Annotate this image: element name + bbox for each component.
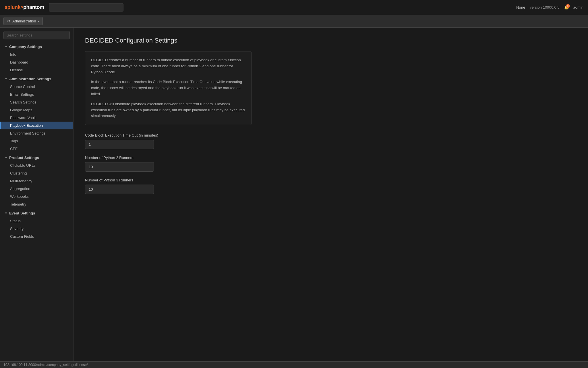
sidebar-items-company: Info Dashboard License <box>0 51 73 74</box>
sidebar-item-clickable-urls[interactable]: Clickable URLs <box>0 162 73 169</box>
sidebar-section-product-settings: ▼ Product Settings Clickable URLs Cluste… <box>0 154 73 208</box>
sidebar-item-status[interactable]: Status <box>0 217 73 225</box>
sidebar-item-license[interactable]: License <box>0 66 73 74</box>
sidebar-item-environment-settings[interactable]: Environment Settings <box>0 129 73 137</box>
field-python3-runners: Number of Python 3 Runners <box>85 178 577 194</box>
collapse-arrow-event: ▼ <box>5 212 7 215</box>
notifications-badge: 0 <box>566 4 570 8</box>
logo-text: splunk>phantom <box>5 4 44 10</box>
sidebar-item-workbooks[interactable]: Workbooks <box>0 193 73 200</box>
sidebar-item-info[interactable]: Info <box>0 51 73 58</box>
sidebar-item-aggregation[interactable]: Aggregation <box>0 185 73 193</box>
info-box: DECIDED creates a number of runners to h… <box>85 51 252 125</box>
status-bar-url: 192.168.100.11:8000/admin/company_settin… <box>3 363 88 367</box>
collapse-arrow-company: ▼ <box>5 45 7 48</box>
sidebar-items-admin: Source Control Email Settings Search Set… <box>0 83 73 153</box>
info-paragraph-2: In the event that a runner reaches its C… <box>91 79 245 97</box>
sidebar-item-playbook-execution[interactable]: Playbook Execution <box>0 122 73 129</box>
sidebar-items-product: Clickable URLs Clustering Multi-tenancy … <box>0 162 73 208</box>
administration-button[interactable]: ⚙ Administration ▾ <box>3 17 43 25</box>
collapse-arrow-product: ▼ <box>5 156 7 159</box>
label-code-block-timeout: Code Block Execution Time Out (in minute… <box>85 133 577 137</box>
label-python3-runners: Number of Python 3 Runners <box>85 178 577 182</box>
sidebar-section-header-administration-settings[interactable]: ▼ Administration Settings <box>0 75 73 83</box>
section-label-product-settings: Product Settings <box>9 156 39 160</box>
sidebar-item-google-maps[interactable]: Google Maps <box>0 106 73 114</box>
nav-right: None version 10900.0.5 🔔 0 admin <box>516 5 583 9</box>
sidebar-item-severity[interactable]: Severity <box>0 225 73 233</box>
chevron-down-icon: ▾ <box>38 20 39 23</box>
sidebar-item-tags[interactable]: Tags <box>0 137 73 145</box>
sidebar-item-dashboard[interactable]: Dashboard <box>0 58 73 66</box>
sidebar-section-header-company-settings[interactable]: ▼ Company Settings <box>0 43 73 51</box>
sidebar-item-custom-fields[interactable]: Custom Fields <box>0 233 73 240</box>
top-navigation: splunk>phantom 🔍 None version 10900.0.5 … <box>0 0 588 15</box>
input-code-block-timeout[interactable] <box>85 140 154 149</box>
sub-navigation: ⚙ Administration ▾ <box>0 15 588 28</box>
status-bar: 192.168.100.11:8000/admin/company_settin… <box>0 361 588 368</box>
app-logo: splunk>phantom <box>5 4 44 10</box>
main-content: DECIDED Configuration Settings DECIDED c… <box>74 28 588 368</box>
info-paragraph-3: DECIDED will distribute playbook executi… <box>91 101 245 119</box>
sidebar-item-clustering[interactable]: Clustering <box>0 169 73 177</box>
collapse-arrow-admin: ▼ <box>5 77 7 80</box>
sidebar-item-cef[interactable]: CEF <box>0 145 73 153</box>
sidebar-section-company-settings: ▼ Company Settings Info Dashboard Licens… <box>0 43 73 74</box>
sidebar-section-header-event-settings[interactable]: ▼ Event Settings <box>0 209 73 217</box>
settings-search-input[interactable] <box>3 31 70 39</box>
sidebar-items-event: Status Severity Custom Fields <box>0 217 73 240</box>
field-code-block-timeout: Code Block Execution Time Out (in minute… <box>85 133 577 149</box>
sidebar: ▼ Company Settings Info Dashboard Licens… <box>0 28 74 368</box>
label-python2-runners: Number of Python 2 Runners <box>85 156 577 160</box>
sidebar-item-email-settings[interactable]: Email Settings <box>0 91 73 98</box>
global-search-input[interactable] <box>49 3 123 12</box>
sidebar-item-multi-tenancy[interactable]: Multi-tenancy <box>0 177 73 185</box>
global-search-container: 🔍 <box>49 3 109 12</box>
sidebar-section-administration-settings: ▼ Administration Settings Source Control… <box>0 75 73 153</box>
page-title: DECIDED Configuration Settings <box>85 37 577 44</box>
sidebar-item-search-settings[interactable]: Search Settings <box>0 98 73 106</box>
field-python2-runners: Number of Python 2 Runners <box>85 156 577 172</box>
sidebar-item-telemetry[interactable]: Telemetry <box>0 200 73 208</box>
section-label-administration-settings: Administration Settings <box>9 77 51 81</box>
main-layout: ▼ Company Settings Info Dashboard Licens… <box>0 28 588 368</box>
section-label-company-settings: Company Settings <box>9 45 42 49</box>
administration-button-label: Administration <box>12 19 36 23</box>
version-label: version 10900.0.5 <box>530 5 559 9</box>
sidebar-item-password-vault[interactable]: Password Vault <box>0 114 73 122</box>
input-python3-runners[interactable] <box>85 185 154 194</box>
gear-icon: ⚙ <box>7 19 11 23</box>
input-python2-runners[interactable] <box>85 162 154 172</box>
tenant-label: None <box>516 5 525 9</box>
sidebar-section-event-settings: ▼ Event Settings Status Severity Custom … <box>0 209 73 240</box>
section-label-event-settings: Event Settings <box>9 211 35 215</box>
notifications-bell[interactable]: 🔔 0 <box>564 5 569 9</box>
sidebar-item-source-control[interactable]: Source Control <box>0 83 73 91</box>
sidebar-section-header-product-settings[interactable]: ▼ Product Settings <box>0 154 73 162</box>
info-paragraph-1: DECIDED creates a number of runners to h… <box>91 57 245 75</box>
admin-user-label[interactable]: admin <box>573 5 583 9</box>
